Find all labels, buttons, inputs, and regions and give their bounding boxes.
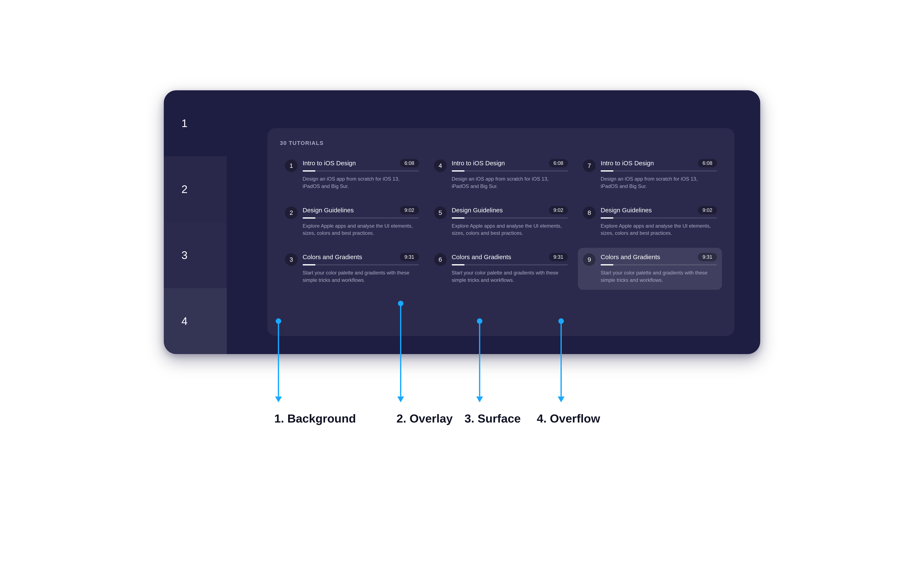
tutorial-description: Explore Apple apps and analyse the UI el…: [452, 222, 565, 237]
duration-badge: 9:02: [698, 206, 717, 215]
legend-background: 1. Background: [274, 411, 356, 425]
tutorial-description: Start your color palette and gradients w…: [601, 269, 714, 284]
duration-badge: 9:02: [400, 206, 419, 215]
tutorial-header: Colors and Gradients9:31: [601, 253, 717, 261]
swatch-number: 3: [182, 249, 188, 261]
tutorial-header: Design Guidelines9:02: [303, 206, 419, 215]
tutorial-item[interactable]: 1Intro to iOS Design6:08Design an iOS ap…: [280, 154, 424, 196]
tutorial-item[interactable]: 3Colors and Gradients9:31Start your colo…: [280, 248, 424, 290]
tutorials-panel: 30 TUTORIALS 1Intro to iOS Design6:08Des…: [267, 128, 734, 336]
swatch-column: 1 2 3 4: [164, 90, 227, 354]
tutorial-title: Intro to iOS Design: [303, 160, 356, 167]
tutorial-number: 3: [285, 253, 297, 266]
progress-bar: [601, 217, 717, 219]
tutorial-number: 5: [434, 206, 447, 219]
tutorial-item[interactable]: 9Colors and Gradients9:31Start your colo…: [578, 248, 722, 290]
progress-bar: [601, 264, 717, 266]
tutorial-title: Colors and Gradients: [601, 253, 660, 261]
swatch-number: 4: [182, 315, 188, 327]
tutorial-title: Intro to iOS Design: [601, 160, 654, 167]
tutorial-number: 2: [285, 206, 297, 219]
swatch-overflow: 4: [164, 288, 227, 354]
progress-bar: [601, 170, 717, 172]
swatch-overlay: 2: [164, 156, 227, 222]
duration-badge: 6:08: [549, 159, 568, 167]
tutorial-header: Intro to iOS Design6:08: [303, 159, 419, 167]
legend-overlay: 2. Overlay: [396, 411, 453, 425]
tutorial-item[interactable]: 8Design Guidelines9:02Explore Apple apps…: [578, 201, 722, 243]
tutorial-main: Design Guidelines9:02Explore Apple apps …: [452, 206, 568, 237]
tutorial-description: Start your color palette and gradients w…: [303, 269, 416, 284]
progress-bar: [303, 170, 419, 172]
tutorial-item[interactable]: 6Colors and Gradients9:31Start your colo…: [429, 248, 573, 290]
tutorial-title: Colors and Gradients: [452, 253, 511, 261]
duration-badge: 6:08: [400, 159, 419, 167]
tutorial-number: 4: [434, 159, 447, 172]
duration-badge: 6:08: [698, 159, 717, 167]
canvas: 1 2 3 4 30 TUTORIALS 1Intro to iOS Desig…: [164, 90, 760, 354]
swatch-number: 1: [182, 117, 188, 130]
duration-badge: 9:31: [698, 253, 717, 261]
legend-overflow: 4. Overflow: [537, 411, 600, 425]
tutorial-main: Design Guidelines9:02Explore Apple apps …: [303, 206, 419, 237]
tutorial-number: 1: [285, 159, 297, 172]
tutorial-header: Colors and Gradients9:31: [452, 253, 568, 261]
tutorial-main: Colors and Gradients9:31Start your color…: [601, 253, 717, 284]
tutorial-header: Intro to iOS Design6:08: [452, 159, 568, 167]
tutorial-title: Colors and Gradients: [303, 253, 362, 261]
tutorial-main: Colors and Gradients9:31Start your color…: [303, 253, 419, 284]
duration-badge: 9:02: [549, 206, 568, 215]
tutorial-item[interactable]: 2Design Guidelines9:02Explore Apple apps…: [280, 201, 424, 243]
tutorial-title: Design Guidelines: [601, 206, 652, 214]
progress-bar: [452, 264, 568, 266]
tutorial-main: Intro to iOS Design6:08Design an iOS app…: [452, 159, 568, 190]
swatch-number: 2: [182, 183, 188, 195]
tutorial-item[interactable]: 5Design Guidelines9:02Explore Apple apps…: [429, 201, 573, 243]
tutorials-grid: 1Intro to iOS Design6:08Design an iOS ap…: [280, 154, 722, 290]
tutorial-header: Design Guidelines9:02: [452, 206, 568, 215]
tutorial-description: Design an iOS app from scratch for iOS 1…: [452, 175, 565, 190]
tutorial-number: 8: [583, 206, 596, 219]
swatch-surface: 3: [164, 222, 227, 288]
tutorial-main: Intro to iOS Design6:08Design an iOS app…: [303, 159, 419, 190]
tutorial-title: Design Guidelines: [303, 206, 354, 214]
progress-bar: [303, 264, 419, 266]
tutorial-item[interactable]: 7Intro to iOS Design6:08Design an iOS ap…: [578, 154, 722, 196]
tutorial-header: Design Guidelines9:02: [601, 206, 717, 215]
tutorial-description: Start your color palette and gradients w…: [452, 269, 565, 284]
tutorial-title: Intro to iOS Design: [452, 160, 505, 167]
tutorial-description: Explore Apple apps and analyse the UI el…: [303, 222, 416, 237]
swatch-background: 1: [164, 90, 227, 156]
tutorial-description: Explore Apple apps and analyse the UI el…: [601, 222, 714, 237]
panel-header: 30 TUTORIALS: [280, 140, 722, 146]
tutorial-number: 6: [434, 253, 447, 266]
tutorial-description: Design an iOS app from scratch for iOS 1…: [303, 175, 416, 190]
legend-surface: 3. Surface: [465, 411, 521, 425]
tutorial-title: Design Guidelines: [452, 206, 503, 214]
progress-bar: [452, 217, 568, 219]
tutorial-main: Design Guidelines9:02Explore Apple apps …: [601, 206, 717, 237]
progress-bar: [452, 170, 568, 172]
duration-badge: 9:31: [549, 253, 568, 261]
tutorial-number: 7: [583, 159, 596, 172]
progress-bar: [303, 217, 419, 219]
tutorial-main: Intro to iOS Design6:08Design an iOS app…: [601, 159, 717, 190]
tutorial-header: Colors and Gradients9:31: [303, 253, 419, 261]
tutorial-main: Colors and Gradients9:31Start your color…: [452, 253, 568, 284]
tutorial-description: Design an iOS app from scratch for iOS 1…: [601, 175, 714, 190]
duration-badge: 9:31: [400, 253, 419, 261]
tutorial-header: Intro to iOS Design6:08: [601, 159, 717, 167]
tutorial-number: 9: [583, 253, 596, 266]
tutorial-item[interactable]: 4Intro to iOS Design6:08Design an iOS ap…: [429, 154, 573, 196]
